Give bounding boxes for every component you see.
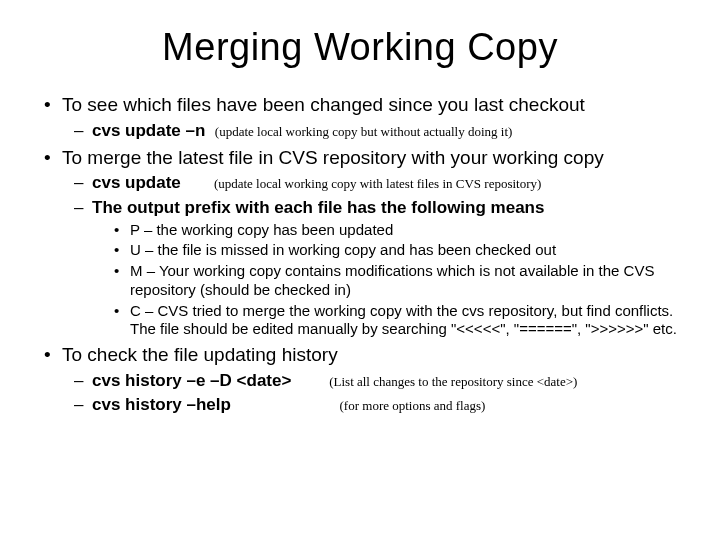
cmd-cvs-history-help: cvs history –help xyxy=(92,395,231,414)
bullet-list: To see which files have been changed sin… xyxy=(40,93,680,416)
prefix-u: U – the file is missed in working copy a… xyxy=(130,241,680,260)
output-prefix-text: The output prefix with each file has the… xyxy=(92,198,544,217)
bullet-3-sub-2: cvs history –help (for more options and … xyxy=(92,394,680,416)
slide-title: Merging Working Copy xyxy=(40,26,680,69)
bullet-3: To check the file updating history cvs h… xyxy=(62,343,680,416)
bullet-2-text: To merge the latest file in CVS reposito… xyxy=(62,147,604,168)
prefix-c: C – CVS tried to merge the working copy … xyxy=(130,302,680,340)
note-history-date: (List all changes to the repository sinc… xyxy=(329,374,577,389)
bullet-1-sub-1: cvs update –n (update local working copy… xyxy=(92,120,680,142)
cmd-cvs-history-date: cvs history –e –D <date> xyxy=(92,371,291,390)
bullet-1-text: To see which files have been changed sin… xyxy=(62,94,585,115)
bullet-2-sub-1: cvs update (update local working copy wi… xyxy=(92,172,680,194)
bullet-2-sub-2: The output prefix with each file has the… xyxy=(92,197,680,340)
prefix-m: M – Your working copy contains modificat… xyxy=(130,262,680,300)
prefix-p: P – the working copy has been updated xyxy=(130,221,680,240)
note-update: (update local working copy with latest f… xyxy=(214,176,541,191)
note-update-n: (update local working copy but without a… xyxy=(215,124,513,139)
bullet-1: To see which files have been changed sin… xyxy=(62,93,680,142)
cmd-cvs-update-n: cvs update –n xyxy=(92,121,205,140)
cmd-cvs-update: cvs update xyxy=(92,173,181,192)
bullet-3-text: To check the file updating history xyxy=(62,344,338,365)
bullet-2: To merge the latest file in CVS reposito… xyxy=(62,146,680,339)
note-history-help: (for more options and flags) xyxy=(340,398,486,413)
slide: Merging Working Copy To see which files … xyxy=(0,0,720,540)
bullet-3-sub-1: cvs history –e –D <date> (List all chang… xyxy=(92,370,680,392)
